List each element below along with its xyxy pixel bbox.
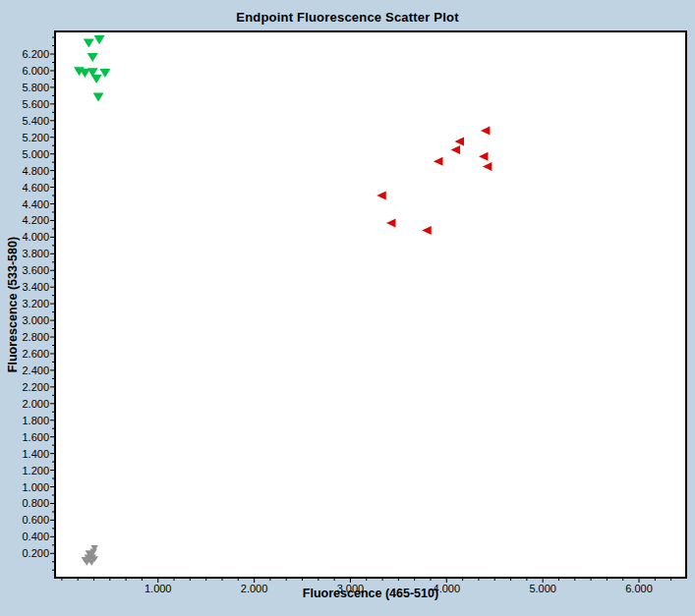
y-tick-label: 0.400	[22, 531, 49, 542]
y-tick-label: 5.400	[22, 115, 49, 127]
y-tick-label: 0.600	[22, 514, 49, 526]
y-tick-label: 2.800	[22, 331, 49, 343]
y-tick-label: 3.400	[22, 281, 49, 293]
y-tick-label: 2.400	[22, 364, 49, 376]
scatter-plot-window: Endpoint Fluorescence Scatter Plot Fluor…	[0, 0, 695, 616]
y-tick-label: 5.800	[22, 82, 49, 93]
y-tick-label: 1.800	[22, 415, 49, 426]
x-axis-title: Fluorescence (465-510)	[56, 587, 685, 600]
y-tick-label: 4.400	[22, 198, 49, 210]
y-tick-label: 6.000	[22, 65, 49, 77]
y-tick-label: 1.200	[22, 465, 49, 476]
y-tick-label: 4.000	[22, 231, 49, 243]
y-tick-label: 4.600	[22, 182, 49, 194]
y-tick-label: 1.600	[22, 431, 49, 443]
y-tick-label: 5.200	[22, 132, 49, 143]
y-tick-label: 0.800	[22, 497, 49, 509]
y-tick-label: 5.000	[22, 148, 49, 160]
plot-area[interactable]: 0.2000.4000.6000.8001.0001.2001.4001.600…	[0, 0, 695, 616]
y-tick-label: 4.800	[22, 165, 49, 177]
y-tick-label: 2.000	[22, 398, 49, 410]
y-tick-label: 5.600	[22, 98, 49, 110]
y-tick-label: 3.000	[22, 314, 49, 326]
y-tick-label: 6.200	[22, 48, 49, 60]
y-tick-label: 4.200	[22, 214, 49, 226]
y-tick-label: 1.000	[22, 481, 49, 493]
y-tick-label: 0.200	[22, 547, 49, 559]
y-tick-label: 1.400	[22, 448, 49, 460]
y-tick-label: 3.600	[22, 264, 49, 276]
plot-frame	[55, 31, 686, 578]
y-tick-label: 2.600	[22, 348, 49, 360]
y-tick-label: 2.200	[22, 381, 49, 393]
y-tick-label: 3.200	[22, 298, 49, 309]
y-tick-label: 3.800	[22, 248, 49, 259]
